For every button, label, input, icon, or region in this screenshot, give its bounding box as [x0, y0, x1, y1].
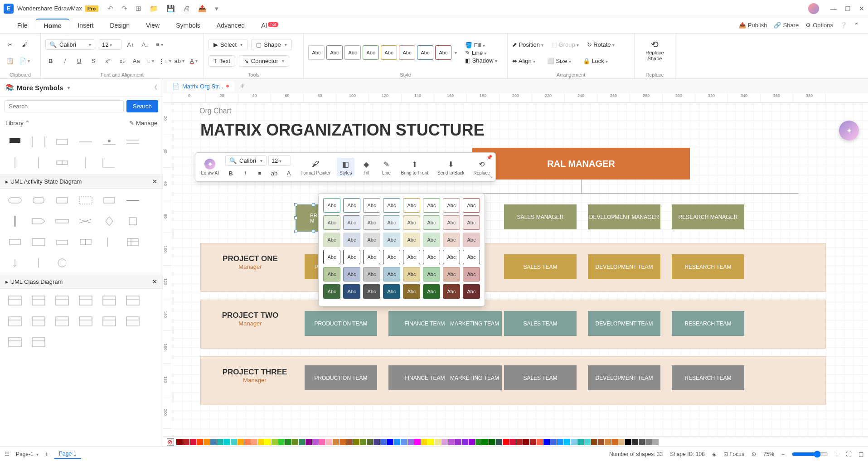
color-swatch[interactable] [333, 439, 339, 445]
shape-item[interactable] [28, 191, 49, 209]
color-swatch[interactable] [217, 439, 223, 445]
shape-item[interactable] [52, 133, 73, 151]
shape-item[interactable] [75, 133, 96, 151]
zoom-out-icon[interactable]: − [781, 451, 785, 457]
color-swatch[interactable] [550, 439, 557, 445]
shape-item[interactable] [75, 212, 96, 230]
style-swatch[interactable]: Abc [423, 215, 440, 230]
shape-item[interactable] [28, 291, 49, 310]
shape-item[interactable] [5, 133, 25, 151]
color-swatch[interactable] [238, 439, 244, 445]
style-swatch[interactable]: Abc [423, 284, 440, 299]
menu-view[interactable]: View [138, 19, 168, 32]
style-swatch[interactable]: Abc [323, 250, 340, 264]
color-swatch[interactable] [537, 439, 543, 445]
shape-item[interactable] [122, 233, 143, 251]
no-fill-icon[interactable]: ⊘ [167, 438, 174, 446]
menu-insert[interactable]: Insert [69, 19, 102, 32]
close-category-icon[interactable]: ✕ [152, 178, 157, 185]
shape-item[interactable] [99, 291, 120, 310]
color-swatch[interactable] [339, 439, 346, 445]
style-swatch[interactable]: Abc [403, 284, 420, 299]
general-manager-node[interactable]: RAL MANAGER [472, 148, 690, 180]
style-swatch[interactable]: Abc [423, 198, 440, 213]
menu-symbols[interactable]: Symbols [168, 19, 209, 32]
shape-item[interactable] [52, 233, 73, 251]
library-label[interactable]: Library ⌃ [5, 120, 30, 126]
help-icon[interactable]: ❔ [840, 22, 847, 29]
user-avatar[interactable] [808, 3, 819, 14]
style-swatch[interactable]: Abc [423, 267, 440, 281]
style-swatch[interactable]: Abc [343, 215, 360, 230]
shape-item[interactable] [52, 254, 73, 272]
ctx-bring-front[interactable]: ⬆Bring to Front [398, 158, 431, 176]
team-node[interactable]: RESEARCH TEAM [672, 254, 744, 279]
style-swatch[interactable]: Abc [363, 233, 380, 247]
minimize-icon[interactable]: — [830, 5, 837, 12]
shape-item[interactable] [75, 312, 96, 330]
ctx-expand-icon[interactable]: ↘ [489, 174, 493, 180]
layers-icon[interactable]: ◈ [712, 451, 716, 457]
add-page-icon[interactable]: + [45, 451, 48, 457]
style-preset[interactable]: Abc [381, 45, 397, 60]
style-swatch[interactable]: Abc [383, 250, 400, 264]
style-swatch[interactable]: Abc [383, 267, 400, 281]
color-swatch[interactable] [346, 439, 353, 445]
color-swatch[interactable] [326, 439, 332, 445]
strike-icon[interactable]: S [88, 55, 99, 66]
style-swatch[interactable]: Abc [403, 250, 420, 264]
team-node[interactable]: DEVELOPMENT TEAM [588, 311, 660, 336]
shape-item[interactable] [5, 154, 25, 172]
style-swatch[interactable]: Abc [383, 215, 400, 230]
case-icon[interactable]: Aa [131, 55, 142, 66]
paste-icon[interactable]: 📄▾ [19, 55, 30, 66]
color-swatch[interactable] [414, 439, 421, 445]
style-swatch[interactable]: Abc [463, 250, 480, 264]
color-swatch[interactable] [373, 439, 380, 445]
color-swatch[interactable] [523, 439, 529, 445]
subscript-icon[interactable]: x₂ [117, 55, 128, 66]
color-swatch[interactable] [183, 439, 189, 445]
color-swatch[interactable] [387, 439, 393, 445]
color-swatch[interactable] [441, 439, 448, 445]
style-swatch[interactable]: Abc [363, 198, 380, 213]
shape-item[interactable] [122, 191, 143, 209]
ctx-line[interactable]: ✎Line [378, 158, 394, 176]
shape-item[interactable] [52, 291, 73, 310]
color-swatch[interactable] [625, 439, 631, 445]
copy-icon[interactable]: 📋 [5, 55, 15, 66]
color-swatch[interactable] [618, 439, 625, 445]
color-swatch[interactable] [251, 439, 257, 445]
shape-item[interactable] [5, 254, 25, 272]
style-swatch[interactable]: Abc [383, 198, 400, 213]
shape-item[interactable] [122, 133, 143, 151]
color-swatch[interactable] [469, 439, 475, 445]
shape-item[interactable] [52, 154, 73, 172]
align-btn[interactable]: ≡▾ [154, 39, 165, 50]
shape-item[interactable] [28, 233, 49, 251]
superscript-icon[interactable]: x² [102, 55, 113, 66]
cut-icon[interactable]: ✂ [5, 39, 15, 50]
manage-button[interactable]: ✎ Manage [129, 120, 157, 126]
team-node[interactable]: RESEARCH TEAM [672, 365, 744, 390]
color-swatch[interactable] [509, 439, 516, 445]
shape-item[interactable] [5, 191, 25, 209]
team-node[interactable]: SALES TEAM [504, 254, 577, 279]
ctx-italic-icon[interactable]: I [240, 168, 251, 179]
team-node[interactable]: PRODUCTION TEAM [305, 311, 377, 336]
ctx-bold-icon[interactable]: B [225, 168, 236, 179]
style-swatch[interactable]: Abc [443, 233, 460, 247]
style-swatch[interactable]: Abc [443, 284, 460, 299]
development-manager-node[interactable]: DEVELOPMENT MANAGER [588, 204, 660, 229]
color-swatch[interactable] [394, 439, 400, 445]
style-swatch[interactable]: Abc [343, 250, 360, 264]
team-node[interactable]: RESEARCH TEAM [672, 311, 744, 336]
shape-item[interactable] [122, 291, 143, 310]
color-swatch[interactable] [530, 439, 536, 445]
menu-file[interactable]: File [9, 19, 36, 32]
shape-item[interactable] [99, 133, 120, 151]
team-node[interactable]: DEVELOPMENT TEAM [588, 254, 660, 279]
focus-button[interactable]: ⊡ Focus [723, 451, 744, 457]
close-category-icon[interactable]: ✕ [152, 278, 157, 285]
shape-item[interactable] [28, 133, 49, 151]
